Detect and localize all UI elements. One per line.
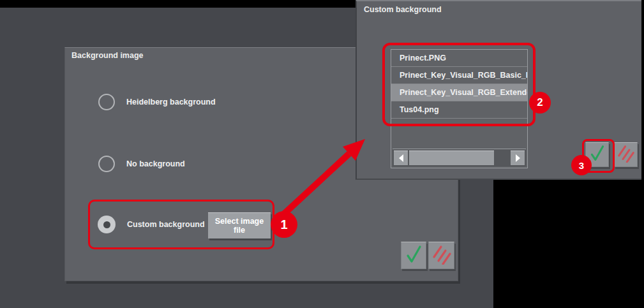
scroll-right-button[interactable] (511, 150, 525, 165)
cancel-button[interactable] (614, 142, 638, 167)
arrow-right-icon (516, 154, 520, 162)
file-list-item-selected[interactable]: Prinect_Key_Visual_RGB_Extended_ (391, 84, 527, 101)
cancel-button[interactable] (428, 242, 454, 269)
ok-button[interactable] (585, 142, 609, 167)
radio-option-heidelberg-background[interactable]: Heidelberg background (98, 92, 216, 112)
custom-background-dialog: Custom background Prinect.PNG Prinect_Ke… (356, 0, 641, 180)
dialog-title: Custom background (364, 5, 442, 14)
check-icon (404, 244, 423, 267)
radio-option-no-background[interactable]: No background (98, 154, 185, 173)
radio-dot (103, 221, 110, 228)
radio-unselected-icon[interactable] (98, 156, 115, 172)
scroll-left-button[interactable] (394, 150, 408, 165)
radio-label: No background (126, 159, 185, 168)
check-icon (588, 144, 606, 165)
file-list-item[interactable]: Prinect_Key_Visual_RGB_Basic_RZ.p (391, 67, 527, 84)
radio-selected-icon[interactable] (98, 216, 116, 233)
radio-label: Heidelberg background (126, 98, 216, 106)
horizontal-scrollbar[interactable] (393, 149, 526, 166)
scrollbar-track[interactable] (495, 150, 509, 165)
file-list-item[interactable]: Prinect.PNG (391, 50, 527, 67)
ok-button[interactable] (401, 242, 426, 269)
image-file-list: Prinect.PNG Prinect_Key_Visual_RGB_Basic… (391, 49, 528, 168)
triple-slash-cancel-icon (617, 144, 634, 165)
select-image-file-button[interactable]: Select image file (208, 212, 271, 238)
arrow-left-icon (399, 154, 403, 162)
radio-option-custom-background[interactable]: Custom background (98, 215, 205, 234)
file-list-item[interactable]: Tus04.png (391, 101, 527, 119)
radio-unselected-icon[interactable] (98, 94, 115, 110)
scrollbar-thumb[interactable] (409, 150, 494, 165)
radio-label: Custom background (127, 220, 205, 229)
dialog-title: Background image (71, 51, 144, 60)
triple-slash-cancel-icon (432, 244, 451, 267)
